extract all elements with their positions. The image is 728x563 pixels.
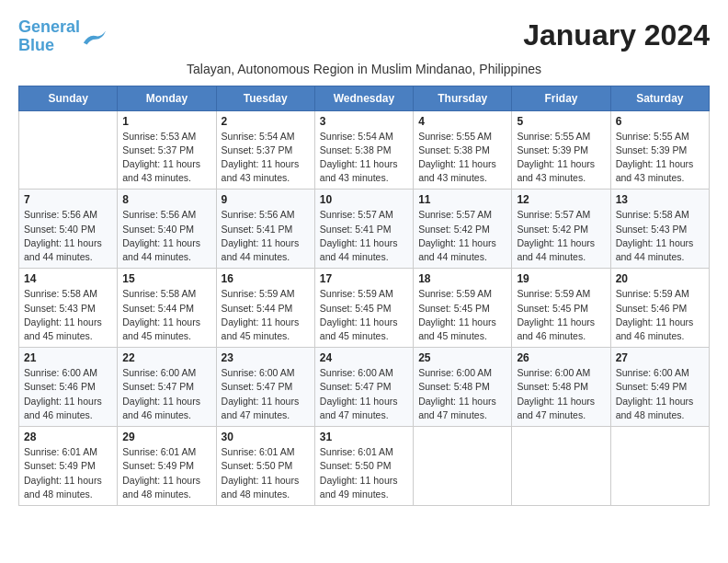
location-subtitle: Talayan, Autonomous Region in Muslim Min…: [18, 62, 710, 76]
calendar-cell: 21Sunrise: 6:00 AMSunset: 5:46 PMDayligh…: [19, 348, 118, 427]
day-number: 15: [122, 272, 210, 285]
calendar-cell: 4Sunrise: 5:55 AMSunset: 5:38 PMDaylight…: [414, 110, 512, 190]
day-info: Sunrise: 6:00 AMSunset: 5:48 PMDaylight:…: [418, 366, 506, 422]
day-number: 18: [418, 272, 506, 285]
day-of-week-header: Saturday: [610, 86, 709, 110]
calendar-cell: 14Sunrise: 5:58 AMSunset: 5:43 PMDayligh…: [19, 269, 118, 348]
calendar-cell: 9Sunrise: 5:56 AMSunset: 5:41 PMDaylight…: [216, 190, 314, 269]
day-info: Sunrise: 5:57 AMSunset: 5:42 PMDaylight:…: [517, 208, 605, 264]
day-info: Sunrise: 5:56 AMSunset: 5:41 PMDaylight:…: [222, 208, 310, 264]
day-info: Sunrise: 5:58 AMSunset: 5:43 PMDaylight:…: [616, 208, 704, 264]
day-number: 4: [418, 115, 506, 128]
calendar-cell: 12Sunrise: 5:57 AMSunset: 5:42 PMDayligh…: [512, 190, 610, 269]
logo-line1: General: [18, 17, 80, 36]
calendar-cell: 10Sunrise: 5:57 AMSunset: 5:41 PMDayligh…: [314, 190, 413, 269]
day-number: 20: [616, 272, 704, 285]
calendar-cell: 29Sunrise: 6:01 AMSunset: 5:49 PMDayligh…: [118, 427, 216, 506]
calendar-cell: 2Sunrise: 5:54 AMSunset: 5:37 PMDaylight…: [216, 110, 314, 190]
day-info: Sunrise: 6:00 AMSunset: 5:46 PMDaylight:…: [24, 366, 112, 422]
calendar-cell: 19Sunrise: 5:59 AMSunset: 5:45 PMDayligh…: [512, 269, 610, 348]
calendar-cell: 28Sunrise: 6:01 AMSunset: 5:49 PMDayligh…: [19, 427, 118, 506]
calendar-cell: 11Sunrise: 5:57 AMSunset: 5:42 PMDayligh…: [414, 190, 512, 269]
day-number: 2: [222, 115, 310, 128]
calendar-table: SundayMondayTuesdayWednesdayThursdayFrid…: [18, 86, 710, 506]
day-info: Sunrise: 6:00 AMSunset: 5:48 PMDaylight:…: [517, 366, 605, 422]
calendar-cell: [19, 110, 118, 190]
day-number: 14: [24, 272, 112, 285]
day-number: 9: [222, 193, 310, 206]
day-of-week-header: Thursday: [414, 86, 512, 110]
calendar-cell: 1Sunrise: 5:53 AMSunset: 5:37 PMDaylight…: [118, 110, 216, 190]
day-number: 10: [320, 193, 408, 206]
day-of-week-header: Sunday: [19, 86, 118, 110]
day-number: 12: [517, 193, 605, 206]
day-number: 5: [517, 115, 605, 128]
calendar-cell: 26Sunrise: 6:00 AMSunset: 5:48 PMDayligh…: [512, 348, 610, 427]
day-info: Sunrise: 6:00 AMSunset: 5:47 PMDaylight:…: [122, 366, 210, 422]
calendar-cell: 24Sunrise: 6:00 AMSunset: 5:47 PMDayligh…: [314, 348, 413, 427]
calendar-cell: [512, 427, 610, 506]
day-number: 11: [418, 193, 506, 206]
day-info: Sunrise: 5:59 AMSunset: 5:44 PMDaylight:…: [222, 287, 310, 343]
calendar-cell: 27Sunrise: 6:00 AMSunset: 5:49 PMDayligh…: [610, 348, 709, 427]
day-number: 3: [320, 115, 408, 128]
day-info: Sunrise: 6:00 AMSunset: 5:47 PMDaylight:…: [222, 366, 310, 422]
calendar-cell: 18Sunrise: 5:59 AMSunset: 5:45 PMDayligh…: [414, 269, 512, 348]
day-info: Sunrise: 5:54 AMSunset: 5:38 PMDaylight:…: [320, 130, 408, 186]
day-info: Sunrise: 5:58 AMSunset: 5:43 PMDaylight:…: [24, 287, 112, 343]
day-info: Sunrise: 5:53 AMSunset: 5:37 PMDaylight:…: [122, 130, 210, 186]
month-title: January 2024: [523, 18, 710, 52]
calendar-cell: 31Sunrise: 6:01 AMSunset: 5:50 PMDayligh…: [314, 427, 413, 506]
day-number: 31: [320, 431, 408, 443]
day-info: Sunrise: 6:01 AMSunset: 5:49 PMDaylight:…: [122, 445, 210, 501]
calendar-cell: 3Sunrise: 5:54 AMSunset: 5:38 PMDaylight…: [314, 110, 413, 190]
day-number: 8: [122, 193, 210, 206]
calendar-cell: 30Sunrise: 6:01 AMSunset: 5:50 PMDayligh…: [216, 427, 314, 506]
day-info: Sunrise: 6:01 AMSunset: 5:50 PMDaylight:…: [320, 445, 408, 501]
logo: General Blue: [18, 18, 108, 55]
day-info: Sunrise: 5:56 AMSunset: 5:40 PMDaylight:…: [122, 208, 210, 264]
day-number: 23: [222, 351, 310, 364]
day-number: 1: [122, 115, 210, 128]
day-info: Sunrise: 5:57 AMSunset: 5:41 PMDaylight:…: [320, 208, 408, 264]
day-number: 22: [122, 351, 210, 364]
logo-line2: Blue: [18, 36, 54, 54]
calendar-cell: [414, 427, 512, 506]
day-number: 13: [616, 193, 704, 206]
day-info: Sunrise: 5:59 AMSunset: 5:45 PMDaylight:…: [517, 287, 605, 343]
calendar-cell: 6Sunrise: 5:55 AMSunset: 5:39 PMDaylight…: [610, 110, 709, 190]
day-info: Sunrise: 5:56 AMSunset: 5:40 PMDaylight:…: [24, 208, 112, 264]
calendar-cell: [610, 427, 709, 506]
day-of-week-header: Monday: [118, 86, 216, 110]
day-number: 19: [517, 272, 605, 285]
logo-text: General Blue: [18, 18, 80, 55]
day-number: 17: [320, 272, 408, 285]
day-info: Sunrise: 5:57 AMSunset: 5:42 PMDaylight:…: [418, 208, 506, 264]
calendar-cell: 25Sunrise: 6:00 AMSunset: 5:48 PMDayligh…: [414, 348, 512, 427]
day-of-week-header: Tuesday: [216, 86, 314, 110]
day-number: 30: [222, 431, 310, 443]
day-of-week-header: Friday: [512, 86, 610, 110]
day-info: Sunrise: 6:00 AMSunset: 5:49 PMDaylight:…: [616, 366, 704, 422]
day-info: Sunrise: 5:59 AMSunset: 5:46 PMDaylight:…: [616, 287, 704, 343]
day-number: 28: [24, 431, 112, 443]
logo-bird-icon: [82, 27, 108, 47]
day-number: 29: [122, 431, 210, 443]
calendar-cell: 20Sunrise: 5:59 AMSunset: 5:46 PMDayligh…: [610, 269, 709, 348]
day-number: 24: [320, 351, 408, 364]
calendar-cell: 15Sunrise: 5:58 AMSunset: 5:44 PMDayligh…: [118, 269, 216, 348]
day-of-week-header: Wednesday: [314, 86, 413, 110]
day-info: Sunrise: 5:59 AMSunset: 5:45 PMDaylight:…: [320, 287, 408, 343]
day-number: 21: [24, 351, 112, 364]
day-number: 25: [418, 351, 506, 364]
calendar-cell: 8Sunrise: 5:56 AMSunset: 5:40 PMDaylight…: [118, 190, 216, 269]
day-number: 6: [616, 115, 704, 128]
calendar-cell: 22Sunrise: 6:00 AMSunset: 5:47 PMDayligh…: [118, 348, 216, 427]
day-info: Sunrise: 5:54 AMSunset: 5:37 PMDaylight:…: [222, 130, 310, 186]
calendar-cell: 16Sunrise: 5:59 AMSunset: 5:44 PMDayligh…: [216, 269, 314, 348]
calendar-cell: 13Sunrise: 5:58 AMSunset: 5:43 PMDayligh…: [610, 190, 709, 269]
day-info: Sunrise: 5:55 AMSunset: 5:38 PMDaylight:…: [418, 130, 506, 186]
calendar-cell: 23Sunrise: 6:00 AMSunset: 5:47 PMDayligh…: [216, 348, 314, 427]
day-number: 27: [616, 351, 704, 364]
day-number: 26: [517, 351, 605, 364]
